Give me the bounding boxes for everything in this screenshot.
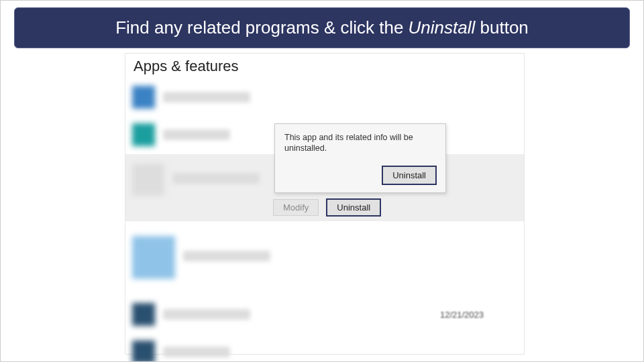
app-label-blurred xyxy=(163,129,230,140)
action-row: Modify Uninstall xyxy=(273,199,380,216)
uninstall-confirm-popup: This app and its related info will be un… xyxy=(274,123,446,193)
app-item[interactable] xyxy=(125,337,524,362)
popup-uninstall-button[interactable]: Uninstall xyxy=(382,166,436,184)
app-label-blurred xyxy=(183,251,270,261)
modify-button: Modify xyxy=(273,199,319,216)
app-date: 12/21/2023 xyxy=(440,310,484,320)
app-item[interactable] xyxy=(125,82,524,113)
app-label-blurred xyxy=(163,309,250,320)
popup-actions: Uninstall xyxy=(284,166,436,184)
app-item[interactable] xyxy=(125,229,524,290)
app-icon xyxy=(132,236,175,279)
banner-text-suffix: button xyxy=(475,17,529,38)
banner-text-emphasis: Uninstall xyxy=(409,17,476,38)
app-icon xyxy=(132,303,155,326)
popup-message: This app and its related info will be un… xyxy=(284,132,436,154)
app-icon xyxy=(132,123,155,146)
app-label-blurred xyxy=(163,347,230,357)
page-title: Apps & features xyxy=(125,54,524,82)
app-item[interactable]: 12/21/2023 xyxy=(125,299,524,330)
instruction-banner: Find any related programs & click the Un… xyxy=(14,7,630,48)
banner-text-prefix: Find any related programs & click the xyxy=(115,17,408,38)
app-icon xyxy=(132,86,155,109)
app-label-blurred xyxy=(163,92,250,103)
app-icon xyxy=(132,164,164,196)
app-label-blurred xyxy=(172,173,260,184)
uninstall-button[interactable]: Uninstall xyxy=(327,199,380,216)
settings-window: Apps & features Modify Uninstall 12/21/2 xyxy=(125,53,525,355)
app-icon xyxy=(132,341,155,362)
